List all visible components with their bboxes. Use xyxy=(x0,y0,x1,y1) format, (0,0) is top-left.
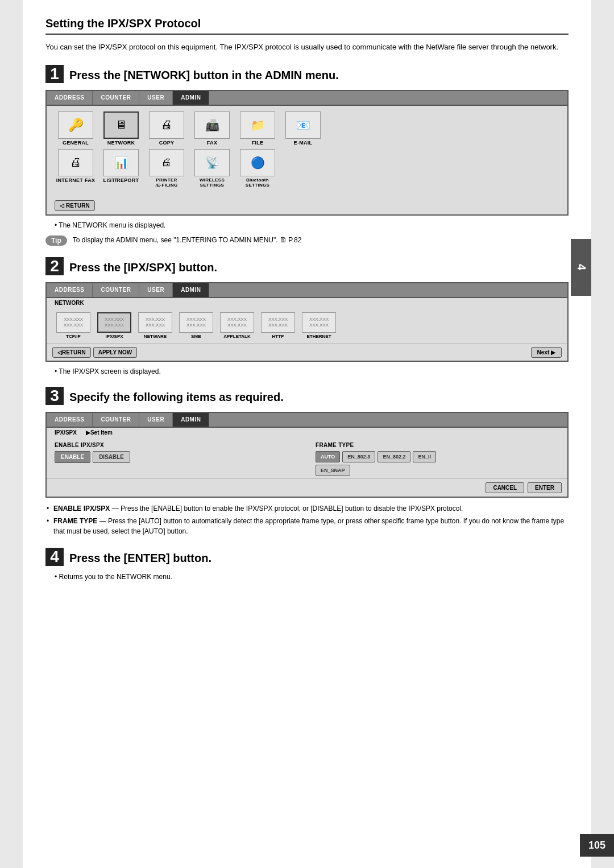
network-label-smb: SMB xyxy=(191,334,201,339)
menu-item-fax[interactable]: 📠 FAX xyxy=(191,111,233,146)
frame-btn-enii[interactable]: EN_II xyxy=(413,451,436,462)
tab-admin-2[interactable]: ADMIN xyxy=(173,283,209,297)
menu-item-list-report[interactable]: 📊 LIST/REPORT xyxy=(100,149,142,188)
tip-box: Tip To display the ADMIN menu, see "1.EN… xyxy=(45,235,569,246)
return-row-step1: ◁ RETURN xyxy=(47,197,567,214)
network-item-tcpip[interactable]: XXX.XXXXXX.XXX TCP/IP xyxy=(55,312,92,339)
side-tab: 4 xyxy=(571,239,591,296)
menu-item-printer-efiling[interactable]: 🖨 PRINTER/E-FILING xyxy=(146,149,188,188)
frame-btn-en8022[interactable]: EN_802.2 xyxy=(377,451,410,462)
network-icon-ipxspx: XXX.XXXXXX.XXX xyxy=(97,312,131,333)
tip-badge: Tip xyxy=(45,235,67,246)
menu-item-email[interactable]: 📧 E-MAIL xyxy=(282,111,324,146)
cancel-button[interactable]: CANCEL xyxy=(486,482,524,493)
menu-icon-printer-efiling: 🖨 xyxy=(149,149,184,176)
screen-mockup-step3: ADDRESS COUNTER USER ADMIN IPX/SPX ▶Set … xyxy=(45,412,569,498)
network-icon-http: XXX.XXXXXX.XXX xyxy=(261,312,295,333)
network-label: NETWORK xyxy=(47,298,567,308)
network-item-netware[interactable]: XXX.XXXXXX.XXX NETWARE xyxy=(136,312,174,339)
tab-address-3[interactable]: ADDRESS xyxy=(47,413,93,427)
return-label-step2: RETURN xyxy=(62,349,86,356)
network-icon-netware: XXX.XXXXXX.XXX xyxy=(138,312,172,333)
tab-admin[interactable]: ADMIN xyxy=(173,91,209,105)
settings-footer: CANCEL ENTER xyxy=(47,478,567,497)
step4-title: Press the [ENTER] button. xyxy=(69,552,211,565)
step2-title: Press the [IPX/SPX] button. xyxy=(69,261,217,274)
tab-user[interactable]: USER xyxy=(139,91,173,105)
enter-button[interactable]: ENTER xyxy=(528,482,562,493)
tab-address-2[interactable]: ADDRESS xyxy=(47,283,93,297)
frame-btn-ensnap[interactable]: EN_SNAP xyxy=(316,465,350,476)
frame-btn-row2: EN_SNAP xyxy=(316,465,559,476)
page-number: 105 xyxy=(580,834,614,857)
step1-header: 1 Press the [NETWORK] button in the ADMI… xyxy=(45,65,569,83)
enable-button[interactable]: ENABLE xyxy=(55,451,90,463)
screen-mockup-step1: ADDRESS COUNTER USER ADMIN 🔑 GENERAL 🖥 xyxy=(45,90,569,216)
network-item-ipxspx[interactable]: XXX.XXXXXX.XXX IPX/SPX xyxy=(96,312,133,339)
network-icon-ethernet: XXX.XXXXXX.XXX xyxy=(302,312,336,333)
network-item-smb[interactable]: XXX.XXXXXX.XXX SMB xyxy=(177,312,215,339)
menu-label-internet-fax: INTERNET FAX xyxy=(56,177,96,183)
settings-body: ENABLE IPX/SPX ENABLE DISABLE FRAME TYPE… xyxy=(47,437,567,478)
tab-user-3[interactable]: USER xyxy=(139,413,173,427)
menu-item-general[interactable]: 🔑 GENERAL xyxy=(55,111,97,146)
frame-btn-en8023[interactable]: EN_802.3 xyxy=(342,451,375,462)
return-button-step2[interactable]: ◁ RETURN xyxy=(52,347,91,358)
menu-item-bluetooth[interactable]: 🔵 BluetoothSETTINGS xyxy=(237,149,279,188)
network-label-http: HTTP xyxy=(272,334,284,339)
settings-right: FRAME TYPE AUTO EN_802.3 EN_802.2 EN_II … xyxy=(316,442,559,476)
network-icon-smb: XXX.XXXXXX.XXX xyxy=(179,312,213,333)
tab-counter[interactable]: COUNTER xyxy=(93,91,139,105)
step2-header: 2 Press the [IPX/SPX] button. xyxy=(45,257,569,275)
tab-counter-3[interactable]: COUNTER xyxy=(93,413,139,427)
tab-counter-2[interactable]: COUNTER xyxy=(93,283,139,297)
tab-address[interactable]: ADDRESS xyxy=(47,91,93,105)
network-icon-appletalk: XXX.XXXXXX.XXX xyxy=(220,312,254,333)
network-item-http[interactable]: XXX.XXXXXX.XXX HTTP xyxy=(259,312,297,339)
menu-item-copy[interactable]: 🖨 COPY xyxy=(146,111,188,146)
network-label-ethernet: ETHERNET xyxy=(306,334,331,339)
settings-set-item: ▶Set Item xyxy=(86,429,113,436)
menu-item-wireless[interactable]: 📡 WIRELESSSETTINGS xyxy=(191,149,233,188)
tab-bar-step2: ADDRESS COUNTER USER ADMIN xyxy=(47,283,567,298)
return-button-step1[interactable]: ◁ RETURN xyxy=(55,200,95,211)
tab-user-2[interactable]: USER xyxy=(139,283,173,297)
menu-item-network[interactable]: 🖥 NETWORK xyxy=(100,111,142,146)
tab-admin-3[interactable]: ADMIN xyxy=(173,413,209,427)
step3-number: 3 xyxy=(45,387,64,405)
step1-number: 1 xyxy=(45,65,64,83)
menu-label-network: NETWORK xyxy=(107,140,135,146)
step3-notes: ENABLE IPX/SPX — Press the [ENABLE] butt… xyxy=(45,503,569,536)
next-button[interactable]: Next ▶ xyxy=(531,347,562,358)
step3-header: 3 Specify the following items as require… xyxy=(45,387,569,405)
menu-label-list-report: LIST/REPORT xyxy=(103,177,139,183)
menu-icon-network: 🖥 xyxy=(103,111,139,139)
network-item-ethernet[interactable]: XXX.XXXXXX.XXX ETHERNET xyxy=(300,312,338,339)
menu-label-fax: FAX xyxy=(207,140,217,146)
step4-number: 4 xyxy=(45,548,64,566)
return-label-step1: RETURN xyxy=(66,202,90,209)
menu-item-file[interactable]: 📁 FILE xyxy=(237,111,279,146)
menu-label-email: E-MAIL xyxy=(294,140,313,146)
disable-button[interactable]: DISABLE xyxy=(93,451,130,463)
menu-row-1: 🔑 GENERAL 🖥 NETWORK 🖨 COPY xyxy=(55,111,559,146)
menu-item-internet-fax[interactable]: 🖨 INTERNET FAX xyxy=(55,149,97,188)
return-arrow-icon-2: ◁ xyxy=(57,349,62,356)
menu-row-2: 🖨 INTERNET FAX 📊 LIST/REPORT 🖨 PRINTER/E… xyxy=(55,149,559,188)
network-label-appletalk: APPLETALK xyxy=(223,334,250,339)
menu-label-bluetooth: BluetoothSETTINGS xyxy=(246,177,269,188)
settings-breadcrumb: IPX/SPX xyxy=(55,429,77,436)
step4-header: 4 Press the [ENTER] button. xyxy=(45,548,569,566)
section-description: You can set the IPX/SPX protocol on this… xyxy=(45,42,569,53)
tab-bar-step3: ADDRESS COUNTER USER ADMIN xyxy=(47,413,567,428)
enable-btn-row: ENABLE DISABLE xyxy=(55,451,298,463)
frame-btn-auto[interactable]: AUTO xyxy=(316,451,340,462)
step2-note: The IPX/SPX screen is displayed. xyxy=(55,367,569,375)
apply-now-button[interactable]: APPLY NOW xyxy=(93,347,137,358)
section-title: Setting the IPX/SPX Protocol xyxy=(45,17,569,35)
step4-note: Returns you to the NETWORK menu. xyxy=(55,573,569,581)
enable-section-label: ENABLE IPX/SPX xyxy=(55,442,298,448)
network-bottom-row: ◁ RETURN APPLY NOW Next ▶ xyxy=(47,344,567,361)
network-item-appletalk[interactable]: XXX.XXXXXX.XXX APPLETALK xyxy=(218,312,256,339)
tip-text: To display the ADMIN menu, see "1.ENTERI… xyxy=(73,235,302,245)
